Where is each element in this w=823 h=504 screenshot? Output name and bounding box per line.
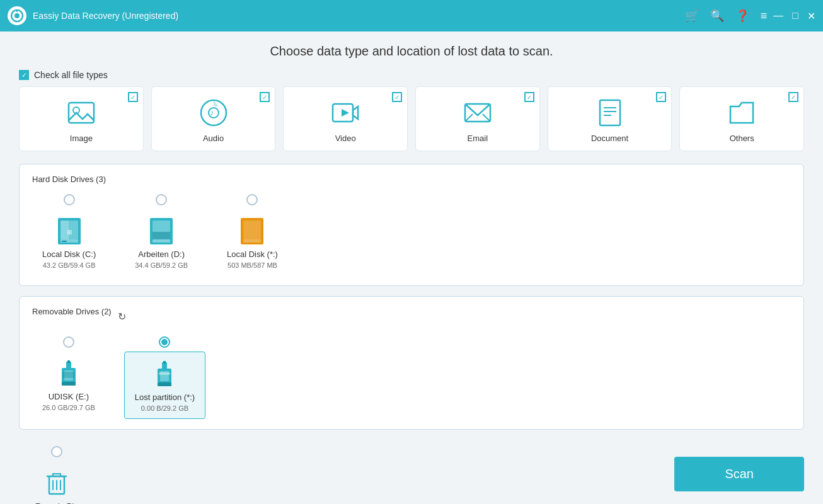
scan-button[interactable]: Scan (674, 457, 804, 491)
help-icon[interactable]: ❓ (735, 9, 749, 23)
file-type-audio[interactable]: ✓ ♪ Audio (151, 86, 276, 151)
svg-rect-27 (153, 239, 170, 243)
drive-d-radio[interactable] (156, 194, 167, 205)
drive-d-name: Arbeiten (D:) (138, 249, 185, 259)
app-logo (8, 6, 26, 25)
drive-udisk-card[interactable]: UDISK (E:) 26.0 GB/29.7 GB (32, 352, 105, 418)
recycle-bin-icon (44, 467, 69, 499)
document-checkbox[interactable]: ✓ (656, 92, 666, 102)
svg-point-1 (14, 13, 20, 18)
drive-lost-partition-name: Lost partition (*:) (135, 392, 195, 402)
app-title: Eassiy Data Recovery (Unregistered) (33, 11, 685, 21)
menu-icon[interactable]: ≡ (761, 9, 768, 23)
audio-checkbox[interactable]: ✓ (260, 92, 270, 102)
svg-rect-39 (158, 382, 171, 386)
svg-rect-35 (67, 360, 70, 363)
svg-text:♪: ♪ (210, 108, 214, 117)
image-label: Image (70, 134, 93, 143)
drive-udisk-icon (56, 358, 81, 389)
svg-line-13 (483, 114, 490, 122)
close-button[interactable]: ✕ (807, 10, 815, 22)
svg-rect-33 (62, 382, 76, 386)
drive-lost-partition-card[interactable]: Lost partition (*:) 0.00 B/29.2 GB (124, 352, 205, 419)
check-all-label: Check all file types (34, 70, 108, 80)
maximize-button[interactable]: □ (792, 10, 798, 22)
drive-star-icon (239, 215, 265, 247)
image-checkbox[interactable]: ✓ (128, 92, 138, 102)
minimize-button[interactable]: — (773, 10, 783, 22)
drive-lost-partition-icon (152, 358, 177, 390)
drive-lost-partition-size: 0.00 B/29.2 GB (141, 404, 188, 412)
drive-star-name: Local Disk (*:) (227, 249, 278, 259)
email-checkbox[interactable]: ✓ (524, 92, 534, 102)
check-all-section: ✓ Check all file types (19, 70, 804, 80)
drive-star-radio[interactable] (246, 194, 258, 205)
drive-d-size: 34.4 GB/59.2 GB (135, 261, 188, 269)
video-checkbox[interactable]: ✓ (392, 92, 402, 102)
video-label: Video (335, 134, 356, 143)
page-title: Choose data type and location of lost da… (19, 44, 804, 59)
recycle-bin-label: Recycle Bin (35, 501, 79, 504)
titlebar: Eassiy Data Recovery (Unregistered) 🛒 🔍 … (0, 0, 823, 32)
document-label: Document (591, 134, 628, 143)
hard-disk-drives-section: Hard Disk Drives (3) ⊞ (19, 164, 804, 286)
drive-star[interactable]: Local Disk (*:) 503 MB/587 MB (217, 194, 288, 275)
drive-d-card[interactable]: Arbeiten (D:) 34.4 GB/59.2 GB (125, 209, 198, 275)
drive-udisk[interactable]: UDISK (E:) 26.0 GB/29.7 GB (32, 336, 105, 419)
audio-icon: ♪ (198, 97, 229, 129)
image-icon (66, 97, 97, 129)
recycle-bin-item[interactable]: Recycle Bin (25, 446, 89, 504)
drive-c-card[interactable]: ⊞ Local Disk (C:) 43.2 GB/59.4 GB (32, 209, 106, 275)
check-all-checkbox[interactable]: ✓ (19, 70, 29, 80)
drive-c-size: 43.2 GB/59.4 GB (43, 261, 96, 269)
svg-rect-30 (243, 239, 261, 243)
removable-drives-section: Removable Drives (2) ↻ (19, 296, 804, 430)
drive-c-radio[interactable] (64, 194, 75, 205)
email-label: Email (468, 134, 488, 143)
drive-c-name: Local Disk (C:) (42, 249, 96, 259)
titlebar-action-icons: 🛒 🔍 ❓ ≡ (685, 9, 768, 23)
file-type-document[interactable]: ✓ Document (548, 86, 672, 151)
svg-rect-3 (69, 103, 94, 123)
svg-line-12 (465, 114, 473, 122)
svg-rect-42 (159, 372, 170, 375)
drive-lost-partition[interactable]: Lost partition (*:) 0.00 B/29.2 GB (124, 336, 205, 419)
svg-rect-14 (600, 100, 620, 125)
others-checkbox[interactable]: ✓ (788, 92, 798, 102)
svg-rect-41 (163, 361, 166, 364)
drive-star-size: 503 MB/587 MB (227, 261, 277, 269)
file-type-video[interactable]: ✓ Video (283, 86, 408, 151)
removable-title-row: Removable Drives (2) ↻ (32, 307, 791, 326)
drive-star-card[interactable]: Local Disk (*:) 503 MB/587 MB (217, 209, 288, 275)
recycle-bin-radio[interactable] (51, 446, 62, 457)
audio-label: Audio (203, 134, 224, 143)
video-icon (330, 97, 361, 129)
cart-icon[interactable]: 🛒 (685, 9, 699, 23)
file-types-row: ✓ Image ✓ ♪ Audio (19, 86, 804, 151)
drive-d[interactable]: Arbeiten (D:) 34.4 GB/59.2 GB (125, 194, 198, 275)
drive-udisk-size: 26.0 GB/29.7 GB (42, 404, 95, 411)
removable-section-title: Removable Drives (2) (32, 307, 112, 316)
refresh-icon[interactable]: ↻ (118, 311, 126, 323)
search-icon[interactable]: 🔍 (710, 9, 724, 23)
svg-rect-36 (63, 372, 74, 378)
email-icon (462, 97, 493, 129)
document-icon (594, 97, 626, 129)
drive-c[interactable]: ⊞ Local Disk (C:) 43.2 GB/59.4 GB (32, 194, 106, 275)
drive-d-icon (149, 215, 174, 247)
file-type-email[interactable]: ✓ Email (415, 86, 540, 151)
file-type-others[interactable]: ✓ Others (679, 86, 804, 151)
drive-lost-partition-radio[interactable] (159, 336, 170, 348)
others-icon (726, 97, 757, 129)
drive-udisk-name: UDISK (E:) (49, 392, 89, 401)
svg-text:⊞: ⊞ (67, 229, 72, 236)
hdd-drives-row: ⊞ Local Disk (C:) 43.2 GB/59.4 GB (32, 194, 791, 275)
file-type-image[interactable]: ✓ Image (19, 86, 144, 151)
others-label: Others (730, 134, 754, 143)
drive-udisk-radio[interactable] (63, 336, 74, 348)
hdd-section-title: Hard Disk Drives (3) (32, 175, 791, 184)
svg-rect-29 (243, 220, 261, 239)
window-controls: — □ ✕ (773, 10, 815, 22)
recycle-bin-card[interactable]: Recycle Bin (25, 461, 89, 504)
drive-c-icon: ⊞ (57, 215, 82, 247)
